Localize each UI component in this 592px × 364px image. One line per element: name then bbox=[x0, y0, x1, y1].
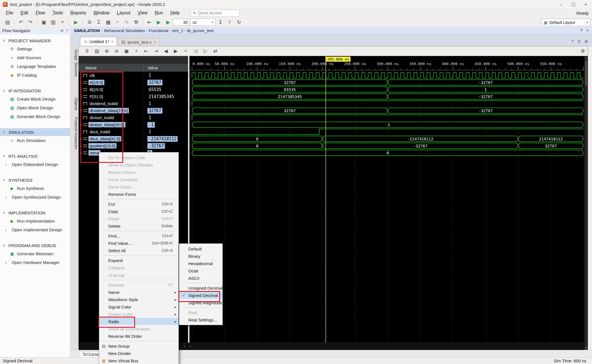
menu-help[interactable]: Help bbox=[167, 10, 183, 15]
menu-item-reverse-bit-order[interactable]: Reverse Bit Order bbox=[99, 332, 178, 340]
timeline-ruler[interactable]: 0.000 ns50.000 ns100.000 ns150.000 ns200… bbox=[189, 62, 584, 70]
signal-row-b-15-0[interactable]: >B[15:0]65535 bbox=[79, 86, 188, 93]
close-icon[interactable]: × bbox=[586, 28, 589, 33]
menu-item-remove-force[interactable]: Remove Force bbox=[99, 190, 178, 198]
waveform-svg[interactable]: 0.000 ns50.000 ns100.000 ns150.000 ns200… bbox=[189, 56, 584, 343]
signal-row-divisor-tdata-15-0[interactable]: >divisor_tdata[15:0]-1 bbox=[79, 121, 188, 128]
menu-tools[interactable]: Tools bbox=[49, 10, 67, 15]
signal-row-divisor-tvalid[interactable]: divisor_tvalid1 bbox=[79, 114, 188, 121]
paste-icon[interactable]: ▥ bbox=[48, 19, 58, 25]
maximize-button[interactable]: ▢ bbox=[567, 0, 580, 8]
sim-cursor[interactable]: 205.004 ns bbox=[326, 56, 351, 343]
menu-item-waveform-style[interactable]: Waveform Style▸ bbox=[99, 296, 178, 303]
collapse-right-icon[interactable]: › bbox=[184, 344, 185, 348]
pause-icon[interactable]: ‖ bbox=[225, 19, 234, 25]
layout-selector[interactable]: ▦ Default Layout ▾ bbox=[541, 19, 590, 26]
flow-item-settings[interactable]: ⚙Settings bbox=[0, 45, 70, 53]
save-icon[interactable]: ▤ bbox=[3, 19, 12, 25]
signal-row-dividend-tdata-15-0[interactable]: >dividend_tdata[15:0]32767 bbox=[79, 107, 188, 114]
expander-icon[interactable]: > bbox=[79, 151, 83, 155]
flow-item-run-synthesis[interactable]: ▶Run Synthesis bbox=[0, 184, 70, 193]
signal-row-clk[interactable]: clk1 bbox=[79, 72, 188, 79]
debug-probe-icon[interactable]: ⚒ bbox=[131, 19, 141, 25]
collapse-left-icon[interactable]: ‹ bbox=[190, 344, 191, 348]
menu-item-cut[interactable]: CutCtrl+X bbox=[99, 200, 178, 208]
expander-icon[interactable]: > bbox=[79, 95, 83, 99]
flow-item-open-block-design[interactable]: ▦Open Block Design bbox=[0, 103, 70, 112]
close-tab-icon[interactable]: × bbox=[154, 40, 156, 44]
time-unit-select[interactable]: us▾ bbox=[190, 19, 216, 26]
expander-icon[interactable]: > bbox=[79, 137, 83, 141]
side-tab-sources[interactable]: Sources bbox=[70, 60, 78, 79]
goto-last-time-icon[interactable]: ⇥ bbox=[151, 48, 161, 54]
run-time-input[interactable] bbox=[173, 19, 189, 26]
expander-icon[interactable]: > bbox=[79, 144, 83, 148]
menu-layout[interactable]: Layout bbox=[113, 10, 134, 15]
side-tab-objects[interactable]: Objects bbox=[70, 95, 78, 113]
side-tab-protocol-instances[interactable]: Protocol Instances bbox=[70, 115, 78, 152]
flow-item-ip-catalog[interactable]: ◆IP Catalog bbox=[0, 71, 70, 79]
menu-item-new-divider[interactable]: New Divider bbox=[99, 350, 178, 357]
menu-item-ascii[interactable]: ASCII bbox=[179, 274, 222, 282]
flow-item-run-implementation[interactable]: ▶Run Implementation bbox=[0, 217, 70, 225]
tab-untitled-1[interactable]: ∿Untitled 1*× bbox=[80, 37, 117, 46]
menu-file[interactable]: File bbox=[2, 10, 17, 15]
run-for-icon[interactable]: ▶ bbox=[164, 19, 173, 25]
signal-row-p-31-0[interactable]: >P[31:0]2147385345 bbox=[79, 93, 188, 100]
step-icon[interactable]: ↧ bbox=[216, 19, 225, 25]
menu-item-signal-color[interactable]: Signal Color▸ bbox=[99, 303, 178, 310]
expand-arrow-icon[interactable]: › bbox=[5, 162, 8, 167]
flow-section-header-program-and-debug[interactable]: ∨PROGRAM AND DEBUG bbox=[0, 241, 70, 249]
flow-item-language-templates[interactable]: ≣Language Templates bbox=[0, 62, 70, 71]
flow-item-generate-bitstream[interactable]: ▣Generate Bitstream bbox=[0, 249, 70, 258]
previous-transition-icon[interactable]: ◀ bbox=[161, 48, 171, 54]
previous-marker-icon[interactable]: ◁ bbox=[191, 48, 200, 54]
expander-icon[interactable]: > bbox=[79, 88, 83, 92]
flow-section-header-synthesis[interactable]: ∨SYNTHESIS bbox=[0, 176, 70, 184]
menu-item-real-settings[interactable]: Real Settings... bbox=[179, 316, 222, 323]
value-column-header[interactable]: Value bbox=[144, 65, 158, 70]
add-marker-icon[interactable]: + bbox=[181, 48, 191, 54]
redo-icon[interactable]: ↷ bbox=[26, 19, 35, 25]
close-tab-icon[interactable]: × bbox=[111, 39, 114, 44]
signal-row-quotient-15-0[interactable]: >quotient[15:0]-32767 bbox=[79, 142, 188, 149]
menu-item-name[interactable]: Name▸ bbox=[99, 288, 178, 296]
restart-icon[interactable]: ⇤ bbox=[145, 19, 154, 25]
flow-item-open-elaborated-design[interactable]: ›Open Elaborated Design bbox=[0, 160, 70, 169]
expand-arrow-icon[interactable]: › bbox=[5, 227, 8, 232]
relaunch-icon[interactable]: ↻ bbox=[234, 19, 244, 25]
menu-item-expand[interactable]: Expand bbox=[99, 257, 178, 264]
menu-edit[interactable]: Edit bbox=[17, 10, 32, 15]
menu-item-default[interactable]: Default bbox=[179, 245, 222, 252]
flow-section-header-ip-integrator[interactable]: ∨IP INTEGRATOR bbox=[0, 87, 70, 95]
menu-item-new-group[interactable]: ▤New Group bbox=[99, 342, 178, 350]
report-icon[interactable]: ▦ bbox=[103, 19, 113, 25]
menu-item-select-all[interactable]: Select AllCtrl+A bbox=[99, 247, 178, 254]
flow-section-header-implementation[interactable]: ∨IMPLEMENTATION bbox=[0, 209, 70, 217]
flow-item-open-implemented-design[interactable]: ›Open Implemented Design bbox=[0, 225, 70, 234]
signal-row-dout-tvalid[interactable]: dout_tvalid1 bbox=[79, 128, 188, 135]
menu-item-octal[interactable]: Octal bbox=[179, 267, 222, 274]
menu-item-find-value[interactable]: Find Value...Ctrl+Shift+F bbox=[99, 239, 178, 247]
dock-icon[interactable]: ⇄ bbox=[61, 28, 64, 33]
help-icon[interactable]: ? bbox=[571, 39, 574, 44]
menu-run[interactable]: Run bbox=[151, 10, 167, 15]
menu-item-signed-magnitude[interactable]: Signed Magnitude bbox=[179, 299, 222, 306]
menu-view[interactable]: View bbox=[134, 10, 151, 15]
menu-item-unsigned-decimal[interactable]: Unsigned Decimal bbox=[179, 284, 222, 292]
next-transition-icon[interactable]: ▶ bbox=[171, 48, 181, 54]
flow-section-header-simulation[interactable]: ∨SIMULATION bbox=[0, 128, 70, 136]
close-button[interactable]: × bbox=[580, 0, 592, 8]
vertical-scrollbar[interactable]: ▲ ▼ bbox=[584, 56, 588, 350]
menu-item-copy[interactable]: CopyCtrl+C bbox=[99, 208, 178, 215]
minimize-button[interactable]: – bbox=[555, 0, 567, 8]
quick-access-box[interactable]: ⚲ Quick Access bbox=[191, 10, 240, 17]
scroll-up-icon[interactable]: ▲ bbox=[584, 57, 588, 59]
flow-item-create-block-design[interactable]: ▦Create Block Design bbox=[0, 95, 70, 103]
menu-item-radix[interactable]: Radix▸ bbox=[99, 318, 178, 325]
signal-row-dividend-tvalid[interactable]: dividend_tvalid1 bbox=[79, 100, 188, 107]
goto-time-zero-icon[interactable]: ⇤ bbox=[141, 48, 151, 54]
menu-item-signed-decimal[interactable]: ✓Signed Decimal bbox=[179, 292, 222, 299]
menu-item-binary[interactable]: Binary bbox=[179, 252, 222, 260]
expander-icon[interactable]: > bbox=[79, 109, 83, 113]
